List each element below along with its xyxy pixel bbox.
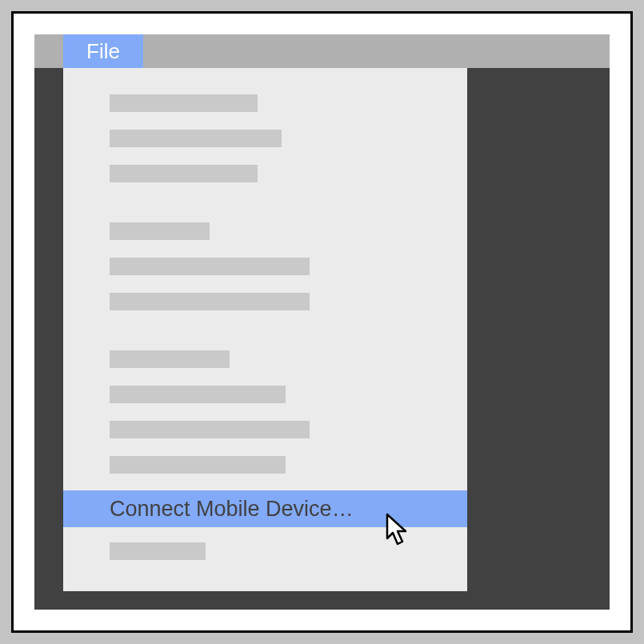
menu-item-placeholder <box>110 421 310 438</box>
menu-item-label: Connect Mobile Device… <box>110 497 354 522</box>
menu-item-placeholder <box>110 293 310 310</box>
menu-item-placeholder <box>110 258 310 275</box>
menu-item-placeholder <box>110 350 230 368</box>
menu-item[interactable] <box>63 121 467 156</box>
menu-bar-item-label: File <box>86 39 120 64</box>
menu-bar-item-file[interactable]: File <box>63 34 143 68</box>
menu-item[interactable] <box>63 86 467 121</box>
menu-item[interactable] <box>63 447 467 482</box>
menu-item-placeholder <box>110 165 258 182</box>
file-dropdown: Connect Mobile Device… <box>63 68 467 591</box>
menu-item-placeholder <box>110 386 286 403</box>
menu-item-connect-mobile-device[interactable]: Connect Mobile Device… <box>63 490 467 527</box>
menu-item[interactable] <box>63 342 467 377</box>
app-frame: File <box>11 11 633 633</box>
menu-item[interactable] <box>63 284 467 319</box>
menu-item-placeholder <box>110 222 210 240</box>
menu-item-placeholder <box>110 130 282 147</box>
menu-item-placeholder <box>110 456 286 474</box>
menu-separator <box>63 191 467 214</box>
menu-item-placeholder <box>110 542 206 560</box>
menu-item[interactable] <box>63 214 467 249</box>
menu-item[interactable] <box>63 534 467 569</box>
menu-item[interactable] <box>63 249 467 284</box>
menu-item[interactable] <box>63 412 467 447</box>
menu-item[interactable] <box>63 377 467 412</box>
menu-separator <box>63 319 467 342</box>
app-stage: File <box>34 34 610 610</box>
menu-item-placeholder <box>110 94 258 112</box>
menu-bar: File <box>34 34 610 68</box>
menu-item[interactable] <box>63 156 467 191</box>
